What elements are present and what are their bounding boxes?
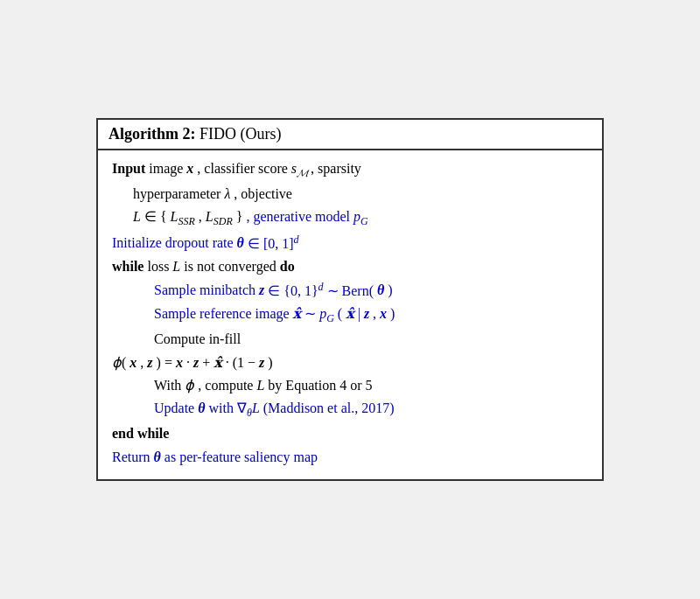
var-theta-bern: θ <box>377 283 384 298</box>
var-z3: z <box>147 355 152 370</box>
var-xhat2: x̂ <box>346 306 354 321</box>
with-phi-line: With ϕ , compute L by Equation 4 or 5 <box>112 374 588 397</box>
init-text2: ∈ [0, 1]d <box>248 236 299 251</box>
var-L2: L <box>172 259 180 274</box>
end-while-keyword: end while <box>112 426 169 441</box>
sample-ref-text3: ( <box>338 306 342 321</box>
input-text2: , classifier score <box>197 161 291 176</box>
gen-model-text: , generative model <box>246 209 354 224</box>
return-text2: as per-feature saliency map <box>164 449 318 464</box>
while-keyword: while <box>112 259 144 274</box>
input-comma: , <box>199 209 206 224</box>
with-text2: , compute <box>198 378 256 393</box>
input-text1: image <box>149 161 186 176</box>
input-text5: , objective <box>234 186 292 201</box>
algorithm-body: Input image x , classifier score s𝓜 , sp… <box>98 150 602 479</box>
phi-eq2: ) = <box>157 355 176 370</box>
input-text4: hyperparameter <box>133 186 224 201</box>
while-text1: loss <box>147 259 172 274</box>
phi-plus: + <box>202 355 214 370</box>
sample-ref-text5: , <box>373 306 380 321</box>
var-theta2: θ <box>198 400 205 415</box>
input-keyword: Input <box>112 161 145 176</box>
var-z4: z <box>193 355 199 370</box>
var-s: s𝓜 <box>291 161 307 176</box>
var-LSSR: LSSR <box>171 209 195 224</box>
sample-minibatch-line: Sample minibatch z ∈ {0, 1}d ∼ Bern( θ ) <box>112 278 588 303</box>
input-line3: L ∈ { LSSR , LSDR } , generative model p… <box>112 205 588 231</box>
sample-ref-text1: Sample reference image <box>154 306 293 321</box>
input-text6: ∈ { <box>144 209 167 224</box>
var-x2: x <box>380 306 387 321</box>
var-phi2: ϕ <box>185 378 194 393</box>
phi-dot1: · <box>186 355 193 370</box>
var-lambda: λ <box>224 186 230 201</box>
var-theta-init: θ <box>237 236 244 251</box>
var-z5: z <box>259 355 264 370</box>
input-line2: hyperparameter λ , objective <box>112 183 588 205</box>
algorithm-box: Algorithm 2: FIDO (Ours) Input image x ,… <box>96 118 604 481</box>
sample-ref-text2: ∼ <box>304 306 319 321</box>
update-theta-line: Update θ with ∇θL (Maddison et al., 2017… <box>112 397 588 422</box>
var-L: L <box>133 209 141 224</box>
input-text3: , sparsity <box>311 161 361 176</box>
sample-text3: ) <box>388 283 392 298</box>
algorithm-name: FIDO (Ours) <box>200 125 282 143</box>
var-xhat: x̂ <box>293 306 302 321</box>
input-text7: } <box>236 209 243 224</box>
init-line: Initialize dropout rate θ ∈ [0, 1]d <box>112 231 588 255</box>
end-while-line: end while <box>112 422 588 445</box>
algorithm-label: Algorithm 2: <box>108 125 195 143</box>
return-line: Return θ as per-feature saliency map <box>112 446 588 469</box>
while-line: while loss L is not converged do <box>112 255 588 278</box>
var-x3: x <box>130 355 136 370</box>
var-L3: L <box>256 378 264 393</box>
init-text: Initialize dropout rate <box>112 236 237 251</box>
var-LSDR: LSDR <box>206 209 233 224</box>
sample-text2: ∈ {0, 1}d ∼ Bern( <box>268 283 374 298</box>
var-z: z <box>259 283 264 298</box>
var-x4: x <box>176 355 183 370</box>
var-theta3: θ <box>154 449 161 464</box>
do-keyword: do <box>280 259 295 274</box>
return-text1: Return <box>112 449 154 464</box>
while-text2: is not converged <box>184 259 279 274</box>
phi-line: ϕ( x , z ) = x · z + x̂ · (1 − z ) <box>112 352 588 374</box>
var-pG: pG <box>354 209 368 224</box>
var-z2: z <box>364 306 369 321</box>
compute-text: Compute in-fill <box>154 331 241 346</box>
with-text1: With <box>154 378 185 393</box>
phi-eq: ϕ( <box>112 355 126 370</box>
compute-infill-line: Compute in-fill <box>112 328 588 351</box>
algorithm-title: Algorithm 2: FIDO (Ours) <box>98 120 602 150</box>
var-pG2: pG <box>319 306 334 321</box>
input-line: Input image x , classifier score s𝓜 , sp… <box>112 157 588 183</box>
with-text3: by Equation 4 or 5 <box>268 378 372 393</box>
update-text2: with ∇θL (Maddison et al., 2017) <box>209 400 395 415</box>
sample-text1: Sample minibatch <box>154 283 259 298</box>
phi-close: ) <box>268 355 272 370</box>
var-x: x <box>186 161 193 176</box>
phi-dot2: · (1 − <box>226 355 259 370</box>
var-xhat3: x̂ <box>214 355 222 370</box>
sample-ref-text6: ) <box>390 306 395 321</box>
sample-ref-text4: | <box>358 306 360 321</box>
update-text1: Update <box>154 400 198 415</box>
sample-ref-line: Sample reference image x̂ ∼ pG ( x̂ | z … <box>112 303 588 328</box>
